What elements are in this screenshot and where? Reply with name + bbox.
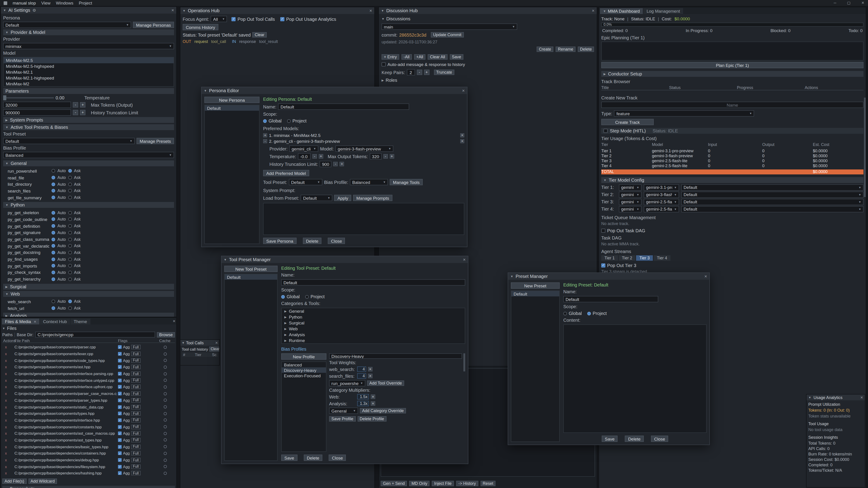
remove-file-button[interactable]: x — [3, 471, 13, 476]
agg-checkbox[interactable]: ✓ — [118, 425, 122, 429]
comms-history-button[interactable]: Comms History — [183, 24, 218, 30]
full-toggle[interactable]: Full — [131, 378, 141, 383]
scope-global-radio[interactable] — [281, 295, 285, 298]
provider-select[interactable]: minimax▼ — [3, 43, 174, 49]
bias-profile-item[interactable]: Execution-Focused — [282, 373, 326, 378]
tool-preset-name-input[interactable] — [281, 279, 465, 286]
create-discussion-button[interactable]: Create — [537, 46, 553, 52]
ask-radio[interactable] — [68, 264, 72, 268]
menu-windows[interactable]: Windows — [56, 0, 73, 5]
ask-radio[interactable] — [68, 189, 72, 193]
remove-file-button[interactable]: x — [3, 418, 13, 422]
remove-weight-icon[interactable]: × — [368, 374, 373, 378]
full-toggle[interactable]: Full — [131, 411, 141, 416]
collapse-caret-icon[interactable]: ▼ — [224, 258, 227, 261]
ask-radio[interactable] — [68, 271, 72, 274]
group-python[interactable]: ▼Python — [3, 202, 174, 208]
clear-history-button[interactable]: Clear — [209, 347, 219, 352]
remove-multiplier-icon[interactable]: × — [371, 401, 375, 406]
gear-icon[interactable]: ⚙ — [33, 8, 36, 12]
tier-4-tab[interactable]: Tier 4 — [654, 255, 670, 261]
minus-all-button[interactable]: -All — [401, 54, 412, 60]
full-toggle[interactable]: Full — [131, 365, 141, 369]
scope-global-radio[interactable] — [563, 312, 567, 315]
full-toggle[interactable]: Full — [131, 358, 141, 363]
tier-provider-select[interactable]: gemini▼ — [619, 184, 642, 191]
collapse-caret-icon[interactable]: ▼ — [510, 275, 513, 278]
collapse-caret-icon[interactable]: ▼ — [381, 9, 384, 12]
close-icon[interactable]: × — [215, 340, 218, 345]
clear-all-button[interactable]: Clear All — [428, 54, 447, 60]
scope-global-radio[interactable] — [263, 119, 267, 123]
ask-radio[interactable] — [68, 237, 72, 241]
agg-checkbox[interactable]: ✓ — [118, 352, 122, 356]
remove-file-button[interactable]: x — [3, 378, 13, 383]
history-limit-input[interactable] — [3, 109, 71, 116]
auto-radio[interactable] — [52, 211, 55, 215]
tool-preset-select[interactable]: Default▼ — [3, 138, 135, 144]
collapse-caret-icon[interactable]: ▼ — [204, 89, 207, 92]
pop-out-tool-calls-checkbox[interactable]: ✓ — [232, 17, 236, 21]
delete-persona-button[interactable]: Delete — [303, 238, 321, 244]
category-node[interactable]: ▶Surgical — [282, 320, 465, 326]
tier-model-select[interactable]: gemini-3-flash-preview▼ — [644, 192, 679, 198]
increment-button[interactable]: + — [390, 154, 394, 159]
prompt-action-button[interactable]: Gen + Send — [381, 481, 407, 486]
collapse-caret-icon[interactable]: ▼ — [808, 396, 811, 399]
tier-preset-select[interactable]: Default▼ — [681, 206, 864, 213]
menu-project[interactable]: Project — [79, 0, 92, 5]
auto-radio[interactable] — [52, 218, 55, 221]
discussion-select[interactable]: main▼ — [381, 24, 517, 30]
close-icon[interactable]: × — [463, 257, 466, 262]
window-close-icon[interactable]: ✕ — [862, 1, 864, 5]
agg-checkbox[interactable]: ✓ — [118, 346, 122, 349]
preset-name-input[interactable] — [563, 296, 658, 302]
save-preset-button[interactable]: Save — [602, 435, 618, 442]
close-icon[interactable]: × — [171, 8, 174, 13]
pop-out-usage-analytics-checkbox[interactable]: ✓ — [280, 17, 284, 21]
tab-theme[interactable]: Theme — [70, 319, 90, 324]
close-dialog-button[interactable]: Close — [329, 455, 346, 461]
profile-name-input[interactable] — [329, 353, 462, 359]
multiplier-value-input[interactable]: 1.3x — [357, 401, 369, 406]
agg-checkbox[interactable]: ✓ — [118, 438, 122, 442]
category-node[interactable]: ▶General — [282, 308, 465, 314]
delete-preset-button[interactable]: Delete — [625, 435, 644, 442]
epic-planning-input[interactable] — [601, 41, 864, 61]
auto-radio[interactable] — [52, 257, 55, 261]
provider-select[interactable]: gemini_cli▼ — [289, 145, 318, 152]
remove-multiplier-icon[interactable]: × — [371, 394, 375, 399]
ask-radio[interactable] — [68, 231, 72, 234]
caret-down-icon[interactable]: ▼ — [381, 17, 384, 20]
delete-discussion-button[interactable]: Delete — [578, 46, 594, 52]
remove-file-button[interactable]: x — [3, 445, 13, 449]
full-toggle[interactable]: Full — [131, 404, 141, 409]
remove-file-button[interactable]: x — [3, 371, 13, 376]
model-select[interactable]: gemini-3-flash-preview▼ — [336, 145, 393, 152]
full-toggle[interactable]: Full — [131, 371, 141, 376]
remove-file-button[interactable]: x — [3, 385, 13, 389]
ask-radio[interactable] — [68, 218, 72, 221]
auto-radio[interactable] — [52, 300, 55, 303]
save-tool-preset-button[interactable]: Save — [281, 455, 297, 461]
bias-profile-item[interactable]: Discovery-Heavy — [282, 367, 326, 373]
tab-log-management[interactable]: Log Management — [643, 8, 683, 14]
ask-radio[interactable] — [68, 224, 72, 228]
increment-button[interactable]: + — [319, 154, 323, 159]
group-general[interactable]: ▼General — [3, 160, 174, 166]
decrement-button[interactable]: - — [416, 70, 422, 75]
ask-radio[interactable] — [68, 300, 72, 303]
caret-down-icon[interactable]: ▼ — [2, 327, 5, 330]
maximize-icon[interactable]: ▢ — [847, 1, 850, 5]
preset-manager-header[interactable]: ▼ Preset Manager × — [508, 273, 709, 280]
remove-file-button[interactable]: x — [3, 424, 13, 429]
multiplier-value-input[interactable]: 1.5x — [357, 394, 369, 399]
full-toggle[interactable]: Full — [131, 424, 141, 429]
remove-file-button[interactable]: x — [3, 458, 13, 462]
close-icon[interactable]: × — [704, 274, 707, 279]
persona-select[interactable]: Default▼ — [3, 22, 131, 28]
decrement-button[interactable]: - — [333, 162, 338, 166]
increment-button[interactable]: + — [340, 162, 344, 166]
remove-model-icon[interactable]: × — [460, 133, 464, 137]
full-toggle[interactable]: Full — [131, 451, 141, 456]
